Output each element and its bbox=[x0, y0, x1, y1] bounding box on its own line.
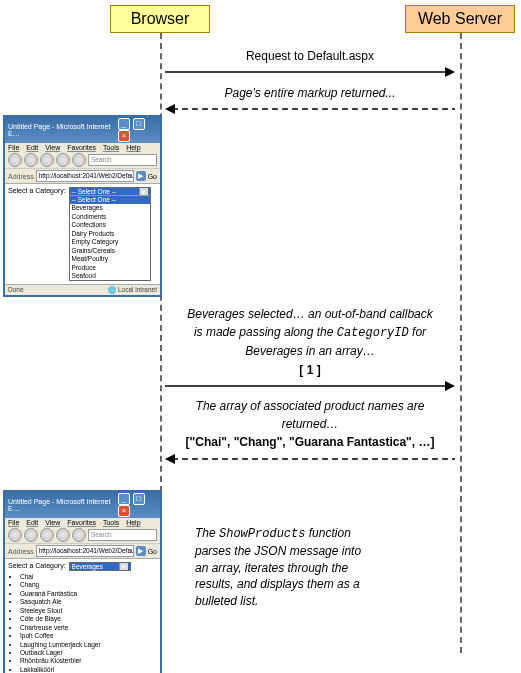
back-icon[interactable] bbox=[8, 153, 22, 167]
menu-tools[interactable]: Tools bbox=[103, 519, 119, 526]
list-item: Côte de Blaye bbox=[20, 615, 157, 623]
maximize-icon[interactable]: □ bbox=[133, 118, 145, 130]
arrow-right-solid bbox=[165, 380, 455, 392]
dropdown-option[interactable]: Dairy Products bbox=[70, 230, 150, 238]
note-line: The ShowProducts function bbox=[195, 525, 445, 543]
arrow-left-dashed bbox=[165, 103, 455, 115]
actor-browser: Browser bbox=[110, 5, 210, 33]
security-zone: Local intranet bbox=[108, 286, 157, 294]
note-line: results, and displays them as a bbox=[195, 576, 445, 593]
status-bar: Done Local intranet bbox=[5, 284, 160, 295]
category-dropdown[interactable]: -- Select One -- ▾ -- Select One -- Beve… bbox=[69, 187, 151, 281]
go-button[interactable]: ▶ bbox=[136, 171, 146, 181]
dropdown-option[interactable]: Confections bbox=[70, 221, 150, 229]
back-icon[interactable] bbox=[8, 528, 22, 542]
dropdown-option[interactable]: Empty Category bbox=[70, 238, 150, 246]
menu-view[interactable]: View bbox=[45, 144, 60, 151]
list-item: Sasquatch Ale bbox=[20, 598, 157, 606]
menu-edit[interactable]: Edit bbox=[26, 144, 38, 151]
product-list: Chai Chang Guaraná Fantástica Sasquatch … bbox=[20, 573, 157, 673]
mini-browser-product-list: Untitled Page - Microsoft Internet E… _ … bbox=[3, 490, 162, 673]
address-bar: Address http://localhost:2041/Web2/Defau… bbox=[5, 169, 160, 184]
menu-tools[interactable]: Tools bbox=[103, 144, 119, 151]
maximize-icon[interactable]: □ bbox=[133, 493, 145, 505]
list-item: Laughing Lumberjack Lager bbox=[20, 641, 157, 649]
forward-icon[interactable] bbox=[24, 153, 38, 167]
dropdown-selection: -- Select One -- ▾ bbox=[70, 188, 150, 195]
dropdown-option[interactable]: Produce bbox=[70, 264, 150, 272]
window-buttons: _ □ × bbox=[117, 493, 157, 517]
titlebar: Untitled Page - Microsoft Internet E… _ … bbox=[5, 492, 160, 518]
list-item: Lakkalikööri bbox=[20, 666, 157, 673]
close-icon[interactable]: × bbox=[118, 505, 130, 517]
page-content: Select a Category: Beverages ▾ Chai Chan… bbox=[5, 559, 160, 673]
menubar: File Edit View Favorites Tools Help bbox=[5, 143, 160, 152]
msg-callback-response: The array of associated product names ar… bbox=[165, 398, 455, 465]
msg-label-line1: The array of associated product names ar… bbox=[165, 398, 455, 414]
dropdown-value: -- Select One -- bbox=[72, 188, 116, 195]
dropdown-selection: Beverages ▾ bbox=[70, 563, 130, 570]
menu-file[interactable]: File bbox=[8, 144, 19, 151]
address-input[interactable]: http://localhost:2041/Web2/Default.aspx bbox=[36, 170, 134, 182]
minimize-icon[interactable]: _ bbox=[118, 118, 130, 130]
actor-webserver: Web Server bbox=[405, 5, 515, 33]
refresh-icon[interactable] bbox=[56, 528, 70, 542]
go-label: Go bbox=[148, 548, 157, 555]
msg-label-line1: Beverages selected… an out-of-band callb… bbox=[165, 306, 455, 322]
note-line: parses the JSON message into bbox=[195, 543, 445, 560]
menu-help[interactable]: Help bbox=[126, 144, 140, 151]
svg-marker-1 bbox=[445, 67, 455, 77]
home-icon[interactable] bbox=[72, 153, 86, 167]
forward-icon[interactable] bbox=[24, 528, 38, 542]
dropdown-option[interactable]: Grains/Cereals bbox=[70, 247, 150, 255]
status-text: Done bbox=[8, 286, 24, 294]
dropdown-options: -- Select One -- Beverages Condiments Co… bbox=[70, 195, 150, 280]
dropdown-option[interactable]: Beverages bbox=[70, 204, 150, 212]
menu-favorites[interactable]: Favorites bbox=[67, 519, 96, 526]
stop-icon[interactable] bbox=[40, 153, 54, 167]
dropdown-option[interactable]: Condiments bbox=[70, 213, 150, 221]
list-item: Chartreuse verte bbox=[20, 624, 157, 632]
go-button[interactable]: ▶ bbox=[136, 546, 146, 556]
menu-favorites[interactable]: Favorites bbox=[67, 144, 96, 151]
menu-edit[interactable]: Edit bbox=[26, 519, 38, 526]
dropdown-option[interactable]: Meat/Poultry bbox=[70, 255, 150, 263]
category-label: Select a Category: bbox=[8, 187, 66, 194]
minimize-icon[interactable]: _ bbox=[118, 493, 130, 505]
lifeline-server bbox=[460, 33, 462, 653]
address-input[interactable]: http://localhost:2041/Web2/Default.aspx bbox=[36, 545, 134, 557]
msg-request-default: Request to Default.aspx bbox=[165, 48, 455, 78]
arrow-left-dashed bbox=[165, 453, 455, 465]
note-line: an array, iterates through the bbox=[195, 560, 445, 577]
msg-label-line3: Beverages in an array… bbox=[165, 343, 455, 359]
menubar: File Edit View Favorites Tools Help bbox=[5, 518, 160, 527]
dropdown-value: Beverages bbox=[72, 563, 103, 570]
menu-view[interactable]: View bbox=[45, 519, 60, 526]
go-label: Go bbox=[148, 173, 157, 180]
chevron-down-icon[interactable]: ▾ bbox=[139, 188, 148, 195]
menu-file[interactable]: File bbox=[8, 519, 19, 526]
toolbar-search-input[interactable]: Search bbox=[88, 529, 157, 541]
dropdown-option[interactable]: -- Select One -- bbox=[70, 196, 150, 204]
chevron-down-icon[interactable]: ▾ bbox=[119, 563, 128, 570]
toolbar-search-input[interactable]: Search bbox=[88, 154, 157, 166]
dropdown-option[interactable]: Seafood bbox=[70, 272, 150, 280]
msg-response-markup: Page's entire markup returned... bbox=[165, 85, 455, 115]
toolbar: Search bbox=[5, 527, 160, 544]
list-item: Chang bbox=[20, 581, 157, 589]
category-label: Select a Category: bbox=[8, 562, 66, 569]
menu-help[interactable]: Help bbox=[126, 519, 140, 526]
list-item: Outback Lager bbox=[20, 649, 157, 657]
toolbar: Search bbox=[5, 152, 160, 169]
stop-icon[interactable] bbox=[40, 528, 54, 542]
category-dropdown[interactable]: Beverages ▾ bbox=[69, 562, 131, 571]
msg-payload: [ 1 ] bbox=[165, 362, 455, 378]
home-icon[interactable] bbox=[72, 528, 86, 542]
svg-marker-5 bbox=[445, 381, 455, 391]
msg-label: Page's entire markup returned... bbox=[165, 85, 455, 101]
page-content: Select a Category: -- Select One -- ▾ --… bbox=[5, 184, 160, 284]
close-icon[interactable]: × bbox=[118, 130, 130, 142]
arrow-right-solid bbox=[165, 66, 455, 78]
window-title: Untitled Page - Microsoft Internet E… bbox=[8, 498, 117, 512]
refresh-icon[interactable] bbox=[56, 153, 70, 167]
